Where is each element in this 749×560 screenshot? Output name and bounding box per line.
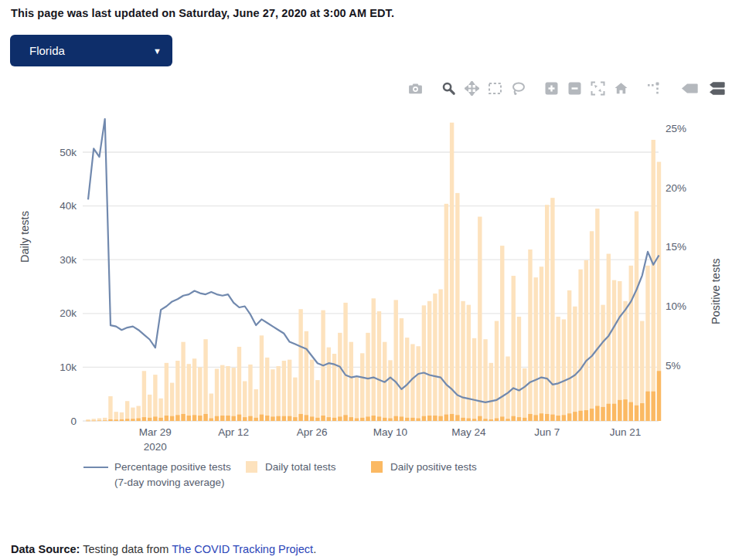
daily-total-bar[interactable] xyxy=(545,205,549,421)
daily-positive-bar[interactable] xyxy=(332,418,336,421)
daily-positive-bar[interactable] xyxy=(478,416,482,421)
daily-positive-bar[interactable] xyxy=(416,419,420,421)
daily-positive-bar[interactable] xyxy=(158,418,162,421)
daily-positive-bar[interactable] xyxy=(220,416,224,421)
daily-total-bar[interactable] xyxy=(540,266,543,421)
daily-total-bar[interactable] xyxy=(181,342,185,421)
daily-positive-bar[interactable] xyxy=(260,415,264,421)
daily-positive-bar[interactable] xyxy=(394,416,398,421)
daily-total-bar[interactable] xyxy=(282,361,286,421)
daily-total-bar[interactable] xyxy=(629,266,633,421)
daily-total-bar[interactable] xyxy=(243,381,247,421)
daily-total-bar[interactable] xyxy=(377,311,381,421)
daily-positive-bar[interactable] xyxy=(433,416,437,421)
daily-positive-bar[interactable] xyxy=(92,421,96,422)
daily-positive-bar[interactable] xyxy=(120,419,124,421)
daily-positive-bar[interactable] xyxy=(562,415,566,421)
daily-total-bar[interactable] xyxy=(612,280,616,421)
daily-positive-bar[interactable] xyxy=(327,417,331,421)
daily-positive-bar[interactable] xyxy=(534,415,538,421)
daily-positive-bar[interactable] xyxy=(612,404,616,421)
daily-positive-bar[interactable] xyxy=(607,404,611,421)
daily-total-bar[interactable] xyxy=(455,193,459,421)
daily-positive-bar[interactable] xyxy=(489,419,493,421)
daily-total-bar[interactable] xyxy=(405,338,409,421)
daily-positive-bar[interactable] xyxy=(175,415,179,421)
daily-positive-bar[interactable] xyxy=(635,406,638,421)
daily-total-bar[interactable] xyxy=(478,217,482,421)
daily-positive-bar[interactable] xyxy=(461,418,465,421)
daily-positive-bar[interactable] xyxy=(282,416,286,421)
daily-total-bar[interactable] xyxy=(343,303,347,421)
daily-total-bar[interactable] xyxy=(265,358,269,421)
daily-positive-bar[interactable] xyxy=(165,416,169,421)
covid-tracking-project-link[interactable]: The COVID Tracking Project xyxy=(172,543,313,555)
daily-total-bar[interactable] xyxy=(506,356,509,421)
daily-total-bar[interactable] xyxy=(187,364,191,421)
daily-positive-bar[interactable] xyxy=(567,413,571,421)
daily-positive-bar[interactable] xyxy=(573,412,577,421)
daily-total-bar[interactable] xyxy=(512,276,516,421)
daily-positive-bar[interactable] xyxy=(372,416,376,421)
daily-positive-bar[interactable] xyxy=(483,419,487,421)
daily-positive-bar[interactable] xyxy=(360,418,364,421)
daily-total-bar[interactable] xyxy=(489,363,493,421)
daily-total-bar[interactable] xyxy=(338,333,342,421)
daily-total-bar[interactable] xyxy=(360,353,364,421)
daily-total-bar[interactable] xyxy=(226,366,230,421)
daily-total-bar[interactable] xyxy=(394,300,398,421)
daily-total-bar[interactable] xyxy=(372,298,376,421)
daily-total-bar[interactable] xyxy=(523,368,526,421)
daily-positive-bar[interactable] xyxy=(343,415,347,421)
daily-positive-bar[interactable] xyxy=(618,400,621,421)
daily-positive-bar[interactable] xyxy=(131,419,134,421)
daily-positive-bar[interactable] xyxy=(472,419,476,421)
daily-positive-bar[interactable] xyxy=(590,409,594,421)
daily-positive-bar[interactable] xyxy=(495,419,499,421)
daily-total-bar[interactable] xyxy=(248,365,252,421)
daily-total-bar[interactable] xyxy=(237,347,241,421)
daily-total-bar[interactable] xyxy=(416,346,420,421)
daily-positive-bar[interactable] xyxy=(265,416,269,421)
daily-positive-bar[interactable] xyxy=(506,419,509,421)
daily-total-bar[interactable] xyxy=(422,305,426,421)
daily-positive-bar[interactable] xyxy=(114,419,118,421)
legend-item-positivity-line[interactable]: Percentage positive tests (7-day moving … xyxy=(83,460,231,490)
daily-total-bar[interactable] xyxy=(203,339,207,421)
daily-total-bar[interactable] xyxy=(148,395,152,421)
daily-total-bar[interactable] xyxy=(108,396,112,421)
daily-total-bar[interactable] xyxy=(595,209,599,421)
daily-positive-bar[interactable] xyxy=(215,416,219,421)
daily-total-bar[interactable] xyxy=(142,371,146,421)
daily-total-bar[interactable] xyxy=(158,399,162,421)
daily-total-bar[interactable] xyxy=(450,123,454,421)
daily-total-bar[interactable] xyxy=(652,140,655,421)
daily-positive-bar[interactable] xyxy=(86,421,90,422)
daily-total-bar[interactable] xyxy=(254,389,258,421)
daily-positive-bar[interactable] xyxy=(455,415,459,421)
daily-total-bar[interactable] xyxy=(517,317,521,421)
daily-positive-bar[interactable] xyxy=(97,420,101,421)
daily-total-bar[interactable] xyxy=(153,375,157,421)
daily-positive-bar[interactable] xyxy=(170,416,174,421)
daily-positive-bar[interactable] xyxy=(288,416,291,421)
daily-total-bar[interactable] xyxy=(175,361,179,421)
daily-total-bar[interactable] xyxy=(298,309,302,421)
daily-total-bar[interactable] xyxy=(125,401,129,421)
daily-positive-bar[interactable] xyxy=(444,415,448,421)
daily-positive-bar[interactable] xyxy=(400,416,403,421)
daily-total-bar[interactable] xyxy=(590,231,594,421)
daily-positive-bar[interactable] xyxy=(388,419,392,421)
daily-total-bar[interactable] xyxy=(310,360,314,421)
daily-total-bar[interactable] xyxy=(438,289,442,421)
daily-positive-bar[interactable] xyxy=(383,418,386,421)
daily-total-bar[interactable] xyxy=(305,331,308,421)
daily-positive-bar[interactable] xyxy=(405,418,409,421)
daily-positive-bar[interactable] xyxy=(198,416,202,421)
daily-positive-bar[interactable] xyxy=(103,420,107,421)
daily-positive-bar[interactable] xyxy=(438,416,442,421)
legend-item-daily-total[interactable]: Daily total tests xyxy=(246,460,336,475)
daily-positive-bar[interactable] xyxy=(243,417,247,421)
daily-total-bar[interactable] xyxy=(495,321,499,421)
daily-positive-bar[interactable] xyxy=(450,414,454,421)
